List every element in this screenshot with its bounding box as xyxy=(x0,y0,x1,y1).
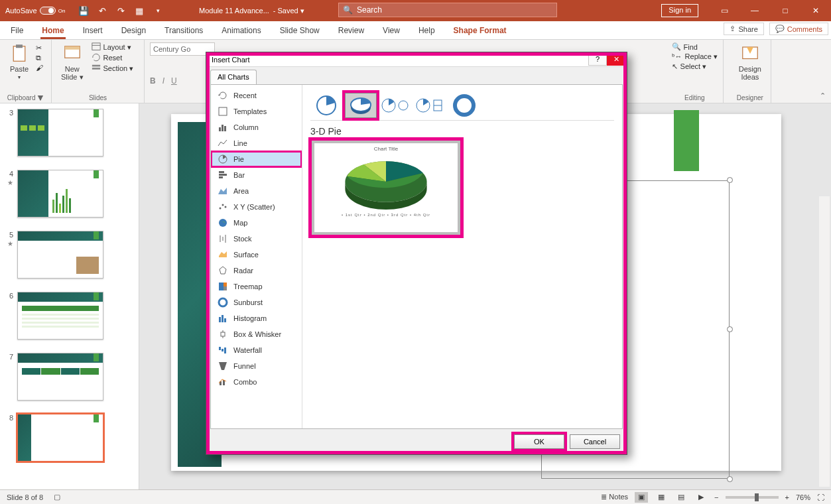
cat-surface[interactable]: Surface xyxy=(211,247,302,263)
subtype-bar-of-pie[interactable] xyxy=(414,93,446,118)
cancel-button[interactable]: Cancel xyxy=(570,434,620,449)
slide-sorter-icon[interactable]: ▦ xyxy=(655,492,668,503)
zoom-out-icon[interactable]: − xyxy=(714,493,718,501)
svg-rect-32 xyxy=(222,315,224,322)
cat-map[interactable]: Map xyxy=(211,215,302,231)
svg-rect-9 xyxy=(219,107,227,115)
cat-radar[interactable]: Radar xyxy=(211,263,302,279)
svg-rect-31 xyxy=(219,317,221,322)
svg-rect-33 xyxy=(224,318,226,322)
svg-marker-26 xyxy=(220,267,226,274)
dialog-titlebar: Insert Chart ? ✕ xyxy=(206,52,627,67)
svg-rect-10 xyxy=(219,127,221,131)
svg-rect-28 xyxy=(224,283,227,286)
chart-preview[interactable]: Chart Title • 1st Qtr • 2nd Qtr • 3rd Qt… xyxy=(310,139,462,236)
svg-rect-27 xyxy=(219,283,224,290)
zoom-level[interactable]: 76% xyxy=(796,493,810,501)
preview-legend: • 1st Qtr • 2nd Qtr • 3rd Qtr • 4th Qtr xyxy=(342,213,430,217)
normal-view-icon[interactable]: ▣ xyxy=(635,492,648,503)
svg-rect-29 xyxy=(224,286,227,290)
cat-funnel[interactable]: Funnel xyxy=(211,358,302,374)
fit-to-window-icon[interactable]: ⛶ xyxy=(817,493,824,501)
svg-marker-25 xyxy=(219,251,227,257)
slide-counter: Slide 8 of 8 xyxy=(7,493,43,501)
svg-marker-40 xyxy=(219,362,227,370)
cat-stock[interactable]: Stock xyxy=(211,231,302,247)
svg-rect-37 xyxy=(219,347,221,350)
svg-point-30 xyxy=(219,298,227,306)
cat-column[interactable]: Column xyxy=(211,119,302,135)
svg-point-20 xyxy=(225,206,227,208)
cat-box-whisker[interactable]: Box & Whisker xyxy=(211,326,302,342)
cat-waterfall[interactable]: Waterfall xyxy=(211,342,302,358)
subtype-pie-of-pie[interactable] xyxy=(379,93,411,118)
ok-button[interactable]: OK xyxy=(514,434,564,449)
cat-recent[interactable]: Recent xyxy=(211,88,302,103)
svg-rect-16 xyxy=(219,176,223,178)
pie-subtypes xyxy=(310,90,614,121)
subtype-doughnut[interactable] xyxy=(448,93,480,118)
svg-marker-17 xyxy=(218,188,227,194)
cat-line[interactable]: Line xyxy=(211,135,302,151)
svg-point-21 xyxy=(219,219,227,227)
svg-rect-34 xyxy=(221,332,225,336)
reading-view-icon[interactable]: ▤ xyxy=(674,492,688,503)
subtype-3d-pie[interactable] xyxy=(345,93,377,118)
cat-scatter[interactable]: X Y (Scatter) xyxy=(211,199,302,215)
cat-histogram[interactable]: Histogram xyxy=(211,310,302,326)
svg-rect-15 xyxy=(219,174,227,176)
dialog-help-button[interactable]: ? xyxy=(588,52,607,66)
svg-rect-11 xyxy=(222,125,224,131)
svg-rect-39 xyxy=(224,347,226,353)
cat-combo[interactable]: Combo xyxy=(211,374,302,390)
spell-check-icon[interactable]: ▢ xyxy=(54,493,60,501)
svg-rect-12 xyxy=(224,126,226,131)
chart-category-list: Recent Templates Column Line Pie Bar Are… xyxy=(211,85,302,428)
subtype-title: 3-D Pie xyxy=(310,126,614,137)
preview-chart-title: Chart Title xyxy=(374,146,398,152)
pie-3d-preview-icon xyxy=(336,155,436,210)
dialog-close-button[interactable]: ✕ xyxy=(607,52,625,66)
zoom-slider[interactable] xyxy=(726,496,779,499)
svg-point-46 xyxy=(399,101,408,110)
svg-point-18 xyxy=(220,208,222,210)
svg-point-19 xyxy=(222,204,224,206)
cat-area[interactable]: Area xyxy=(211,183,302,199)
slideshow-view-icon[interactable]: ▶ xyxy=(694,492,708,503)
svg-rect-14 xyxy=(219,171,224,173)
zoom-in-icon[interactable]: + xyxy=(785,493,789,501)
notes-button[interactable]: ≣ Notes xyxy=(601,493,628,501)
svg-point-50 xyxy=(455,96,474,115)
svg-rect-38 xyxy=(222,349,224,351)
status-bar: Slide 8 of 8 ▢ ≣ Notes ▣ ▦ ▤ ▶ − + 76% ⛶ xyxy=(0,489,831,504)
insert-chart-dialog: Insert Chart ? ✕ All Charts Recent Templ… xyxy=(206,52,627,455)
cat-bar[interactable]: Bar xyxy=(211,167,302,183)
cat-templates[interactable]: Templates xyxy=(211,103,302,119)
cat-pie[interactable]: Pie xyxy=(211,151,302,167)
cat-treemap[interactable]: Treemap xyxy=(211,279,302,294)
dialog-title: Insert Chart xyxy=(212,56,249,64)
subtype-pie[interactable] xyxy=(310,93,342,118)
cat-sunburst[interactable]: Sunburst xyxy=(211,294,302,310)
